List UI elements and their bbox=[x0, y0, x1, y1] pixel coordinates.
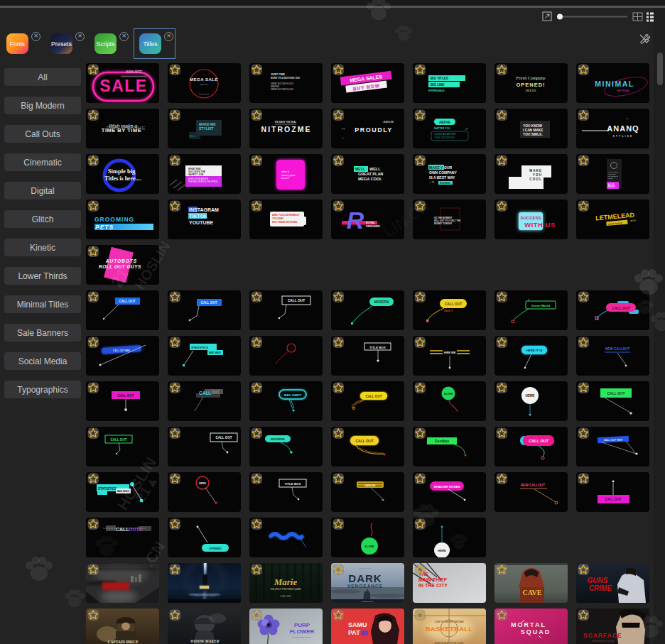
svg-text:SAFETY JOB: SAFETY JOB bbox=[188, 173, 204, 176]
svg-text:NEW CALLOUT: NEW CALLOUT bbox=[605, 347, 629, 351]
svg-text:- MAKE ME: - MAKE ME bbox=[382, 121, 394, 124]
svg-text:CAVE: CAVE bbox=[522, 589, 541, 596]
svg-text:BE A: BE A bbox=[190, 135, 195, 138]
svg-text:MONEY TONIGHT: MONEY TONIGHT bbox=[434, 222, 452, 225]
svg-text:MEGA SALE: MEGA SALE bbox=[190, 77, 218, 82]
svg-text:HERE: HERE bbox=[199, 482, 207, 485]
svg-text:WITH US: WITH US bbox=[524, 221, 556, 229]
svg-text:MAIN THIEF: MAIN THIEF bbox=[418, 577, 448, 582]
svg-text:IN THE CITY: IN THE CITY bbox=[418, 583, 448, 588]
svg-text:CALL OUT: CALL OUT bbox=[365, 395, 382, 398]
svg-text:SHOP NOW: SHOP NOW bbox=[199, 93, 209, 95]
svg-text:··: ·· bbox=[342, 126, 345, 131]
svg-text:HERE: HERE bbox=[438, 549, 446, 552]
svg-text:CALL OUT: CALL OUT bbox=[355, 439, 373, 443]
svg-text:WIDOW MAKER: WIDOW MAKER bbox=[190, 639, 220, 643]
svg-text:COULD BE BETTER: COULD BE BETTER bbox=[434, 133, 456, 136]
svg-text:BIG TITLES: BIG TITLES bbox=[617, 89, 629, 92]
svg-text:CALL OUT: CALL OUT bbox=[110, 438, 126, 442]
svg-text:THAN YESTERDAY: THAN YESTERDAY bbox=[434, 136, 455, 139]
svg-text:CALL OUT: CALL OUT bbox=[215, 436, 232, 440]
svg-text:STYLISH: STYLISH bbox=[613, 135, 634, 138]
svg-text:SUMMER 2021: SUMMER 2021 bbox=[362, 601, 374, 603]
svg-text:PAT: PAT bbox=[348, 629, 360, 636]
svg-text:FLOWER: FLOWER bbox=[290, 628, 315, 635]
svg-text:CALL OUT: CALL OUT bbox=[612, 306, 630, 310]
svg-text:T H E L I G H T H O U S E: T H E L I G H T H O U S E bbox=[194, 594, 216, 597]
svg-text:4 JULY 2021: 4 JULY 2021 bbox=[281, 595, 292, 598]
svg-text:THE REAL WORK IN THE OFFICE: THE REAL WORK IN THE OFFICE bbox=[188, 180, 218, 183]
svg-text:CALL OUT: CALL OUT bbox=[200, 301, 217, 305]
svg-text:WELL: WELL bbox=[369, 167, 381, 171]
svg-text:ANANQ: ANANQ bbox=[607, 124, 639, 133]
svg-text:BAR SEEN: BAR SEEN bbox=[209, 351, 221, 354]
svg-text:TITLE BOX: TITLE BOX bbox=[369, 346, 386, 349]
svg-text:PURP: PURP bbox=[294, 622, 310, 628]
svg-text:THE WORLD IS YOURS: THE WORLD IS YOURS bbox=[592, 640, 614, 643]
svg-text:DARK: DARK bbox=[348, 572, 382, 584]
svg-text:MAKE Y: MAKE Y bbox=[429, 165, 443, 170]
svg-text:CALL: CALL bbox=[199, 391, 211, 395]
svg-text:SAMU: SAMU bbox=[348, 621, 367, 628]
svg-text:GREAT SUCCESS IN 2019: GREAT SUCCESS IN 2019 bbox=[271, 82, 294, 85]
svg-text:CALL OUT: CALL OUT bbox=[117, 394, 134, 398]
svg-text:MAKE IT: MAKE IT bbox=[444, 310, 453, 312]
svg-text:OUTS: OUTS bbox=[129, 527, 143, 532]
svg-text:BIG TITLES: BIG TITLES bbox=[431, 77, 448, 80]
svg-text:CALL OUT: CALL OUT bbox=[605, 498, 621, 501]
svg-text:··: ·· bbox=[342, 136, 345, 140]
svg-text:YOUTUBE: YOUTUBE bbox=[189, 220, 214, 225]
svg-text:SQUAD: SQUAD bbox=[521, 628, 551, 635]
svg-text:ROYAL: ROYAL bbox=[366, 222, 376, 224]
svg-text:TIKTOK: TIKTOK bbox=[189, 214, 207, 219]
svg-text:JUST ONE: JUST ONE bbox=[271, 72, 285, 76]
svg-text:OUT: OUT bbox=[212, 390, 220, 394]
svg-text:OWN COMPANY: OWN COMPANY bbox=[429, 170, 457, 175]
svg-text:Titles is here....: Titles is here.... bbox=[104, 175, 141, 182]
svg-text:GREAT SUCCESS IN 2020: GREAT SUCCESS IN 2020 bbox=[271, 88, 294, 91]
svg-text:NATURE IS BEAUTIFUL: NATURE IS BEAUTIFUL bbox=[293, 636, 312, 638]
svg-text:●: ● bbox=[291, 347, 292, 350]
svg-text:CALL OUT: CALL OUT bbox=[119, 300, 135, 303]
svg-text:MAKE GROUP: MAKE GROUP bbox=[607, 222, 622, 226]
svg-text:WITH: WITH bbox=[630, 219, 636, 222]
svg-text:COME TO PLAY WITH THE TEAM: COME TO PLAY WITH THE TEAM bbox=[435, 621, 464, 623]
svg-text:-50% OFF: -50% OFF bbox=[200, 84, 208, 86]
svg-text:WE'LL: WE'LL bbox=[355, 168, 365, 171]
svg-text:BASKETBALL: BASKETBALL bbox=[426, 625, 472, 633]
svg-text:to me?: to me? bbox=[281, 177, 289, 180]
svg-text:ABOVE: ABOVE bbox=[439, 121, 450, 124]
svg-text:PETS: PETS bbox=[95, 224, 114, 231]
svg-text:SUCCESS: SUCCESS bbox=[520, 216, 541, 220]
svg-text:MORTAL: MORTAL bbox=[511, 621, 546, 628]
svg-text:IS A BEST WAY: IS A BEST WAY bbox=[429, 175, 455, 180]
svg-text:Fresh Company: Fresh Company bbox=[515, 75, 546, 80]
svg-text:Y O U: Y O U bbox=[533, 173, 541, 177]
svg-text:—: — bbox=[626, 116, 629, 120]
svg-text:NEW CALLOUT: NEW CALLOUT bbox=[521, 484, 545, 487]
svg-text:CALL OUT: CALL OUT bbox=[445, 302, 462, 306]
svg-text:HERE IT IS: HERE IT IS bbox=[526, 349, 543, 352]
svg-text:I CAN MAKE: I CAN MAKE bbox=[523, 129, 544, 132]
svg-text:MATTER YOU: MATTER YOU bbox=[434, 127, 450, 130]
svg-text:GROOMING: GROOMING bbox=[94, 216, 134, 223]
svg-text:OPENED: OPENED bbox=[209, 547, 222, 550]
svg-text:HIRE ME: HIRE ME bbox=[444, 351, 456, 354]
svg-text:CALL: CALL bbox=[116, 527, 129, 532]
svg-text:-50% OFF: -50% OFF bbox=[125, 70, 142, 74]
svg-text:STATISTICS: STATISTICS bbox=[191, 346, 208, 349]
svg-text:PROUDLY: PROUDLY bbox=[355, 126, 393, 133]
svg-text:YOU KNOW: YOU KNOW bbox=[523, 124, 542, 128]
svg-text:LIVING: LIVING bbox=[608, 178, 614, 179]
svg-text:ONE TIME: ONE TIME bbox=[608, 173, 616, 175]
svg-text:CALL OUT: CALL OUT bbox=[529, 439, 548, 443]
svg-text:WE MAKE THE REAL: WE MAKE THE REAL bbox=[275, 121, 297, 124]
svg-text:NITROZME: NITROZME bbox=[261, 125, 312, 133]
svg-text:ALONE: ALONE bbox=[444, 393, 453, 395]
svg-text:CAPTAIN PRICE: CAPTAIN PRICE bbox=[107, 640, 138, 644]
svg-text:ROLL OUT GUYS: ROLL OUT GUYS bbox=[99, 264, 141, 269]
svg-text:Goodbye: Goodbye bbox=[435, 440, 449, 443]
svg-text:R: R bbox=[347, 207, 364, 234]
svg-text:AUTOBOTS: AUTOBOTS bbox=[105, 258, 137, 263]
svg-text:BAR SEEN: BAR SEEN bbox=[117, 490, 129, 493]
